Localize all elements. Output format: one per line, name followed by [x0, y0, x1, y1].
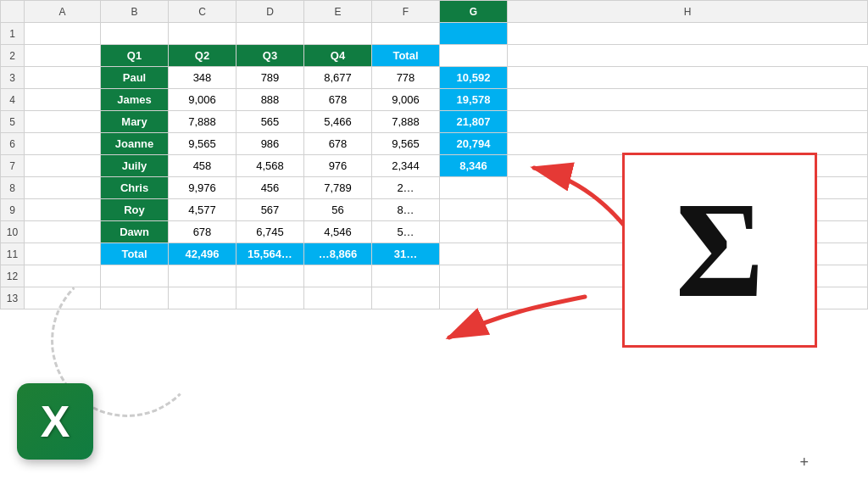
row-num-3: 3: [1, 67, 25, 89]
sigma-symbol: Σ: [676, 182, 765, 318]
row-num-2: 2: [1, 45, 25, 67]
name-mary[interactable]: Mary: [101, 111, 169, 133]
row-num-4: 4: [1, 89, 25, 111]
table-row: 2 Q1 Q2 Q3 Q4 Total: [1, 45, 868, 67]
col-header-d[interactable]: D: [236, 1, 304, 23]
col-header-a[interactable]: A: [25, 1, 101, 23]
row-num-9: 9: [1, 199, 25, 221]
excel-letter: X: [41, 399, 70, 443]
col-header-e[interactable]: E: [304, 1, 372, 23]
spreadsheet: A B C D E F G H 1: [0, 0, 868, 485]
total-paul[interactable]: 10,592: [440, 67, 508, 89]
table-row: 6 Joanne 9,565 986 678 9,565 20,794: [1, 133, 868, 155]
total-q2[interactable]: 15,564…: [236, 243, 304, 265]
header-q2[interactable]: Q2: [169, 45, 236, 67]
header-q4[interactable]: Q4: [304, 45, 372, 67]
row-num-7: 7: [1, 155, 25, 177]
name-dawn[interactable]: Dawn: [101, 221, 169, 243]
row-num-10: 10: [1, 221, 25, 243]
col-header-f[interactable]: F: [372, 1, 440, 23]
total-juily[interactable]: 8,346: [440, 155, 508, 177]
total-q3[interactable]: …8,866: [304, 243, 372, 265]
name-chris[interactable]: Chris: [101, 177, 169, 199]
name-roy[interactable]: Roy: [101, 199, 169, 221]
table-row: 1: [1, 23, 868, 45]
row-num-8: 8: [1, 177, 25, 199]
total-mary[interactable]: 21,807: [440, 111, 508, 133]
column-header-row: A B C D E F G H: [1, 1, 868, 23]
name-james[interactable]: James: [101, 89, 169, 111]
header-q3[interactable]: Q3: [236, 45, 304, 67]
sigma-box: Σ: [622, 153, 817, 348]
table-row: 3 Paul 348 789 8,677 778 10,592: [1, 67, 868, 89]
total-q1[interactable]: 42,496: [169, 243, 236, 265]
total-q4[interactable]: 31…: [372, 243, 440, 265]
corner-cell: [1, 1, 25, 23]
name-juily[interactable]: Juily: [101, 155, 169, 177]
total-james[interactable]: 19,578: [440, 89, 508, 111]
name-paul[interactable]: Paul: [101, 67, 169, 89]
name-joanne[interactable]: Joanne: [101, 133, 169, 155]
header-q1[interactable]: Q1: [101, 45, 169, 67]
col-header-c[interactable]: C: [169, 1, 236, 23]
col-header-h[interactable]: H: [508, 1, 868, 23]
total-label[interactable]: Total: [101, 243, 169, 265]
col-header-g[interactable]: G: [440, 1, 508, 23]
table-row: 5 Mary 7,888 565 5,466 7,888 21,807: [1, 111, 868, 133]
excel-logo: X: [17, 383, 93, 460]
col-header-b[interactable]: B: [101, 1, 169, 23]
row-num-6: 6: [1, 133, 25, 155]
row-num-1: 1: [1, 23, 25, 45]
header-total[interactable]: Total: [372, 45, 440, 67]
row-num-5: 5: [1, 111, 25, 133]
cursor-crosshair: +: [799, 454, 809, 471]
table-row: 4 James 9,006 888 678 9,006 19,578: [1, 89, 868, 111]
row-num-11: 11: [1, 243, 25, 265]
total-joanne[interactable]: 20,794: [440, 133, 508, 155]
